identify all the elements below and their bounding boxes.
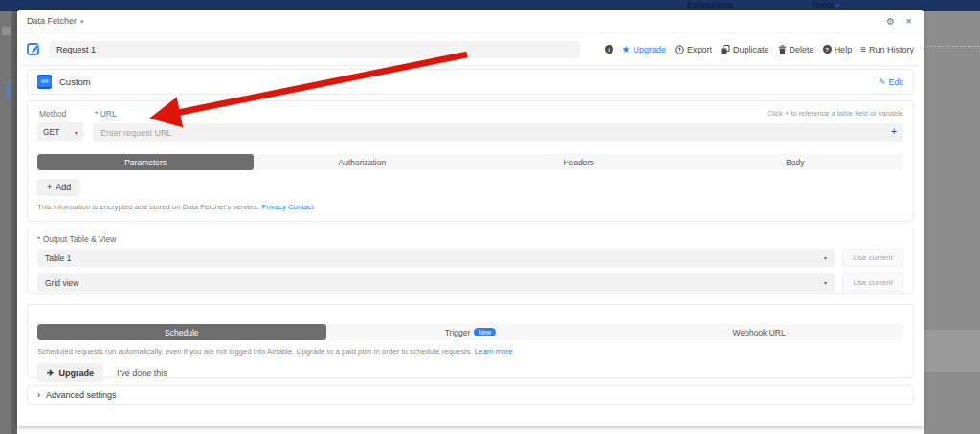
- tab-trigger[interactable]: TriggerNew: [326, 324, 615, 340]
- schedule-upgrade-label: Upgrade: [59, 368, 95, 378]
- encryption-note: This information is encrypted and stored…: [37, 203, 903, 211]
- panel-header: Data Fetcher▾ ⚙ ×: [17, 10, 924, 33]
- url-label: * URL: [95, 109, 117, 119]
- request-toolbar-row: i ★Upgrade Export Duplicate Delete ?Help…: [17, 33, 924, 66]
- info-button[interactable]: i: [605, 45, 613, 54]
- reference-hint: Click + to reference a table field or va…: [768, 109, 903, 119]
- background-highlight-band: [924, 330, 980, 372]
- plus-icon: +: [47, 183, 52, 192]
- info-icon: i: [605, 45, 613, 54]
- url-input[interactable]: [93, 123, 903, 142]
- add-parameter-button[interactable]: +Add: [37, 179, 80, 196]
- request-form-card: Method * URL Click + to reference a tabl…: [27, 100, 914, 222]
- extension-title-dropdown[interactable]: Data Fetcher▾: [27, 10, 84, 33]
- close-icon[interactable]: ×: [906, 10, 912, 33]
- encryption-note-text: This information is encrypted and stored…: [37, 203, 259, 211]
- learn-more-link[interactable]: Learn more: [475, 347, 513, 356]
- form-controls-row: GET ▾ +: [37, 122, 903, 142]
- custom-request-card: API Custom ✎Edit: [27, 69, 914, 95]
- help-button[interactable]: ?Help: [823, 45, 853, 54]
- output-table-row: Table 1 ▾ Use current: [37, 249, 903, 267]
- duplicate-label: Duplicate: [733, 45, 769, 54]
- privacy-link[interactable]: Privacy: [261, 203, 286, 211]
- delete-button[interactable]: Delete: [778, 45, 814, 54]
- duplicate-icon: [721, 45, 730, 54]
- run-history-icon: ≡: [860, 44, 866, 54]
- request-type-label: Custom: [59, 76, 91, 87]
- data-fetcher-panel: Data Fetcher▾ ⚙ × i ★Upgrade Export Dupl…: [17, 10, 924, 426]
- schedule-actions-row: ✈Upgrade I've done this: [37, 363, 903, 382]
- output-view-value: Grid view: [45, 278, 78, 288]
- new-badge: New: [474, 328, 496, 336]
- gear-icon[interactable]: ⚙: [886, 10, 895, 33]
- schedule-upgrade-button[interactable]: ✈Upgrade: [37, 363, 103, 382]
- extension-title: Data Fetcher: [27, 16, 77, 26]
- add-label: Add: [56, 183, 71, 192]
- tab-schedule[interactable]: Schedule: [37, 324, 326, 340]
- add-reference-plus-icon[interactable]: +: [891, 126, 897, 137]
- upgrade-button[interactable]: ★Upgrade: [622, 44, 667, 54]
- caret-down-icon: ▾: [824, 254, 827, 261]
- tab-webhook-url[interactable]: Webhook URL: [614, 324, 903, 340]
- sidebar-glyph-decoration: [2, 27, 11, 35]
- edit-label: Edit: [888, 77, 903, 87]
- chevron-down-icon: ▾: [80, 18, 84, 25]
- trigger-label: Trigger: [445, 328, 471, 337]
- method-select[interactable]: GET ▾: [37, 122, 83, 141]
- help-icon: ?: [823, 45, 832, 54]
- export-label: Export: [687, 45, 712, 54]
- method-value: GET: [43, 127, 59, 137]
- ive-done-this-button[interactable]: I've done this: [117, 368, 167, 378]
- schedule-note-text: Scheduled requests run automatically, ev…: [37, 347, 473, 356]
- background-gridline: [924, 46, 980, 47]
- tab-body[interactable]: Body: [687, 154, 903, 170]
- caret-down-icon: ▾: [75, 129, 78, 136]
- tab-headers[interactable]: Headers: [471, 154, 687, 170]
- api-badge-icon: API: [37, 75, 52, 89]
- method-label: Method: [39, 109, 95, 119]
- screenshot-root: Extensions Tools ▾ Data Fetcher▾ ⚙ × i: [0, 0, 980, 434]
- use-current-table-button[interactable]: Use current: [842, 249, 903, 267]
- duplicate-button[interactable]: Duplicate: [721, 45, 769, 54]
- output-table-value: Table 1: [45, 253, 71, 263]
- request-config-tabs: Parameters Authorization Headers Body: [37, 154, 903, 170]
- chevron-right-icon: ›: [37, 390, 40, 400]
- trash-icon: [778, 45, 787, 54]
- tab-authorization[interactable]: Authorization: [254, 154, 470, 170]
- chevron-down-icon: ▾: [836, 2, 840, 9]
- schedule-note: Scheduled requests run automatically, ev…: [37, 347, 903, 356]
- topnav-tools-label: Tools: [812, 0, 834, 10]
- output-view-row: Grid view ▾ Use current: [37, 273, 903, 292]
- export-icon: [675, 45, 684, 54]
- pencil-icon: ✎: [879, 77, 886, 87]
- contact-link[interactable]: Contact: [288, 203, 314, 211]
- rocket-icon: ✈: [47, 368, 55, 378]
- data-fetcher-logo-icon: [27, 42, 41, 56]
- advanced-settings-label: Advanced settings: [46, 390, 117, 400]
- output-label: * Output Table & View: [37, 234, 903, 244]
- url-input-wrap: +: [93, 122, 903, 142]
- schedule-card: Schedule TriggerNew Webhook URL Schedule…: [27, 304, 914, 378]
- background-table-area: [924, 11, 980, 434]
- output-card: * Output Table & View Table 1 ▾ Use curr…: [27, 228, 914, 294]
- edit-button[interactable]: ✎Edit: [879, 77, 903, 87]
- use-current-view-button[interactable]: Use current: [842, 273, 903, 292]
- form-labels-row: Method * URL Click + to reference a tabl…: [37, 109, 903, 119]
- delete-label: Delete: [790, 45, 814, 54]
- sidebar-blue-decoration: [5, 81, 11, 100]
- run-history-label: Run History: [869, 45, 914, 54]
- export-button[interactable]: Export: [675, 45, 712, 54]
- schedule-tabs: Schedule TriggerNew Webhook URL: [37, 324, 903, 340]
- advanced-settings-expander[interactable]: ›Advanced settings: [27, 385, 914, 405]
- help-label: Help: [835, 45, 853, 54]
- star-icon: ★: [622, 44, 631, 54]
- tab-parameters[interactable]: Parameters: [37, 154, 254, 170]
- output-view-select[interactable]: Grid view ▾: [37, 273, 835, 292]
- run-history-button[interactable]: ≡Run History: [860, 44, 914, 54]
- left-sidebar-strip: [0, 11, 17, 434]
- output-table-select[interactable]: Table 1 ▾: [37, 249, 835, 267]
- request-toolbar: i ★Upgrade Export Duplicate Delete ?Help…: [605, 44, 914, 54]
- request-name-input[interactable]: [49, 41, 580, 58]
- caret-down-icon: ▾: [824, 279, 827, 286]
- upgrade-label: Upgrade: [634, 45, 667, 54]
